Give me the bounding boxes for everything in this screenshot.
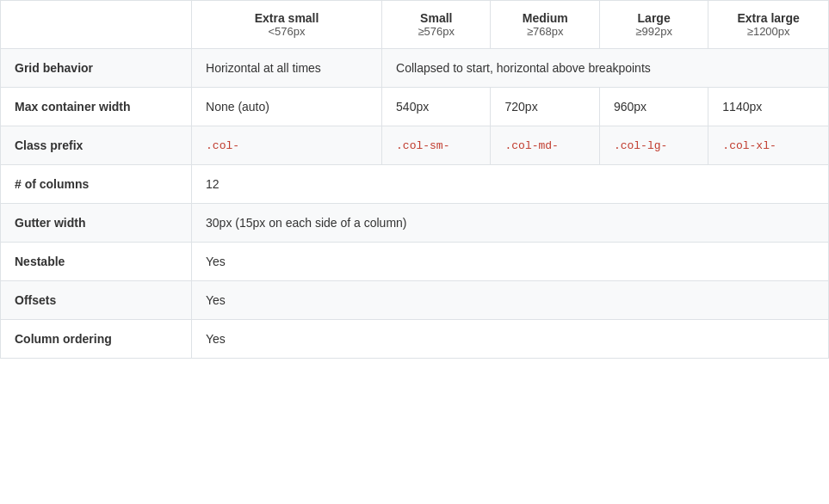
table-cell: .col- — [192, 126, 382, 165]
header-col-md: Medium ≥768px — [491, 1, 599, 49]
grid-table-wrapper: Extra small <576px Small ≥576px Medium ≥… — [0, 0, 829, 359]
table-cell: .col-sm- — [382, 126, 491, 165]
table-row: Max container widthNone (auto)540px720px… — [1, 88, 829, 126]
table-row: # of columns12 — [1, 165, 829, 204]
row-label: Grid behavior — [1, 49, 192, 88]
header-col-xs: Extra small <576px — [192, 1, 382, 49]
row-label: Class prefix — [1, 126, 192, 165]
table-cell: Collapsed to start, horizontal above bre… — [382, 49, 829, 88]
row-label: Nestable — [1, 243, 192, 281]
table-row: OffsetsYes — [1, 281, 829, 320]
table-cell: 540px — [382, 88, 491, 126]
header-col-lg: Large ≥992px — [599, 1, 708, 49]
table-cell: Yes — [192, 243, 829, 281]
table-cell: Yes — [192, 320, 829, 359]
table-cell: .col-lg- — [599, 126, 708, 165]
table-row: Grid behaviorHorizontal at all timesColl… — [1, 49, 829, 88]
row-label: Max container width — [1, 88, 192, 126]
table-cell: Yes — [192, 281, 829, 320]
row-label: Offsets — [1, 281, 192, 320]
table-cell: 720px — [491, 88, 599, 126]
table-cell: 12 — [192, 165, 829, 204]
row-label: Column ordering — [1, 320, 192, 359]
table-cell: .col-xl- — [708, 126, 829, 165]
table-row: Column orderingYes — [1, 320, 829, 359]
table-cell: Horizontal at all times — [192, 49, 382, 88]
header-col-sm: Small ≥576px — [382, 1, 491, 49]
row-label: # of columns — [1, 165, 192, 204]
table-row: NestableYes — [1, 243, 829, 281]
table-cell: None (auto) — [192, 88, 382, 126]
table-row: Gutter width30px (15px on each side of a… — [1, 204, 829, 243]
table-row: Class prefix.col-.col-sm-.col-md-.col-lg… — [1, 126, 829, 165]
table-cell: 30px (15px on each side of a column) — [192, 204, 829, 243]
table-cell: 960px — [599, 88, 708, 126]
table-cell: 1140px — [708, 88, 829, 126]
row-label: Gutter width — [1, 204, 192, 243]
header-col-xl: Extra large ≥1200px — [708, 1, 829, 49]
grid-table: Extra small <576px Small ≥576px Medium ≥… — [0, 0, 829, 359]
table-cell: .col-md- — [491, 126, 599, 165]
header-empty-col — [1, 1, 192, 49]
